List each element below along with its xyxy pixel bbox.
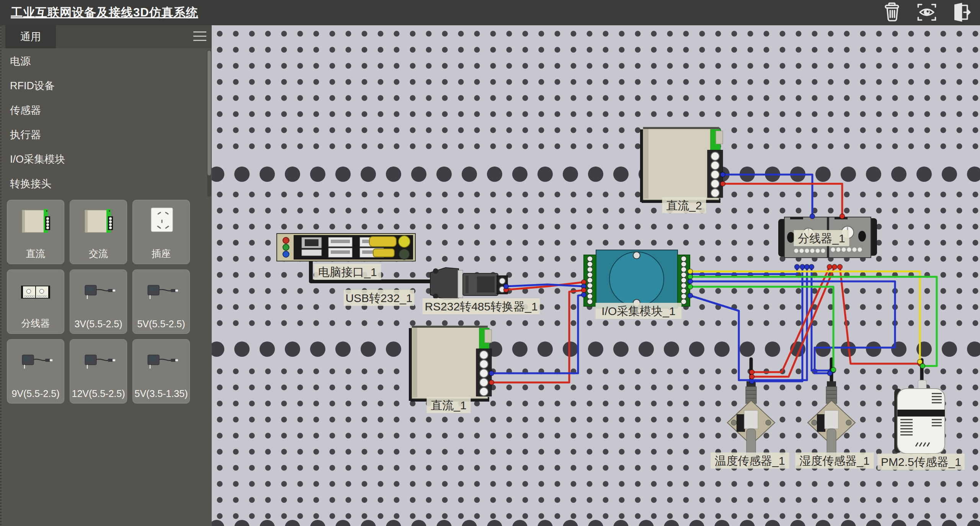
preview-button[interactable] (916, 3, 937, 23)
device-card-grid: 直流交流插座分线器3V(5.5-2.5)5V(5.5-2.5)9V(5.5-2.… (2, 200, 197, 403)
device-label: PM2.5传感器_1 (881, 456, 961, 468)
device-rs232-485-converter[interactable] (430, 268, 508, 300)
card-label: 3V(5.5-2.5) (70, 319, 127, 330)
sidebar-category-I/O采集模块[interactable]: I/O采集模块 (2, 147, 208, 172)
exit-button[interactable] (951, 3, 972, 23)
sidebar: 通用 电源RFID设备传感器执行器I/O采集模块转换接头 直流交流插座分线器3V… (0, 25, 212, 526)
card-label: 12V(5.5-2.5) (70, 388, 127, 399)
eye-focus-icon (916, 2, 937, 24)
simulation-canvas[interactable]: 电脑接口_1USB转232_1RS232转485转换器_1I/O采集模块_1直流… (212, 25, 980, 526)
device-card-3V(5.5-2.5)[interactable]: 3V(5.5-2.5) (70, 270, 127, 334)
sidebar-tabbar: 通用 (2, 25, 213, 48)
device-card-5V(5.5-2.5)[interactable]: 5V(5.5-2.5) (132, 270, 190, 334)
device-card-分线器[interactable]: 分线器 (7, 270, 64, 334)
device-card-交流[interactable]: 交流 (70, 200, 127, 264)
splitter-thumbnail-icon (17, 274, 55, 310)
device-pc-interface[interactable] (277, 234, 415, 261)
device-card-12V(5.5-2.5)[interactable]: 12V(5.5-2.5) (70, 339, 127, 403)
device-label: 湿度传感器_1 (799, 454, 869, 467)
adapter-thumbnail-icon (142, 344, 181, 380)
psu-thumbnail-icon (80, 205, 118, 241)
hamburger-menu-icon[interactable] (193, 31, 206, 42)
device-card-直流[interactable]: 直流 (7, 200, 64, 264)
wire[interactable] (690, 281, 895, 373)
card-label: 交流 (70, 247, 127, 260)
sidebar-category-电源[interactable]: 电源 (2, 49, 208, 74)
sidebar-category-转换接头[interactable]: 转换接头 (2, 172, 208, 196)
adapter-thumbnail-icon (80, 344, 118, 380)
device-card-插座[interactable]: 插座 (132, 200, 190, 264)
scrollbar-thumb[interactable] (207, 51, 211, 175)
device-card-5V(3.5-1.35)[interactable]: 5V(3.5-1.35) (132, 339, 190, 403)
device-dc-psu-1[interactable] (409, 326, 492, 402)
adapter-thumbnail-icon (80, 274, 118, 310)
adapter-thumbnail-icon (142, 274, 181, 310)
card-label: 直流 (7, 247, 64, 260)
wire[interactable] (752, 267, 830, 372)
card-label: 插座 (133, 247, 189, 260)
sidebar-scrollbar[interactable] (207, 50, 211, 197)
device-label: 电脑接口_1 (318, 266, 377, 278)
sidebar-category-RFID设备[interactable]: RFID设备 (2, 74, 208, 98)
socket-thumbnail-icon (142, 205, 181, 241)
device-label: USB转232_1 (345, 292, 412, 304)
device-label: I/O采集模块_1 (601, 305, 675, 317)
app-title: 工业互联网设备及接线3D仿真系统 (11, 5, 198, 21)
card-label: 分线器 (7, 317, 64, 330)
device-dc-psu-2[interactable] (640, 127, 723, 203)
device-pm25-sensor[interactable] (894, 380, 945, 454)
card-label: 5V(3.5-1.35) (133, 388, 189, 399)
device-label: 温度传感器_1 (715, 454, 785, 467)
device-io-module[interactable] (584, 250, 690, 308)
psu-thumbnail-icon (17, 205, 55, 241)
exit-door-icon (951, 2, 972, 24)
delete-button[interactable] (882, 3, 903, 23)
sidebar-category-执行器[interactable]: 执行器 (2, 123, 208, 147)
sidebar-category-传感器[interactable]: 传感器 (2, 98, 208, 123)
card-label: 9V(5.5-2.5) (7, 388, 64, 399)
device-label: RS232转485转换器_1 (425, 300, 537, 313)
tab-general[interactable]: 通用 (5, 25, 56, 48)
app-header: 工业互联网设备及接线3D仿真系统 (0, 0, 980, 25)
trash-icon (882, 2, 903, 24)
sidebar-menu: 电源RFID设备传感器执行器I/O采集模块转换接头 (2, 49, 208, 196)
device-label: 直流_1 (431, 399, 466, 412)
toolbar (882, 3, 972, 23)
device-label: 直流_2 (666, 199, 702, 212)
device-card-9V(5.5-2.5)[interactable]: 9V(5.5-2.5) (7, 339, 64, 403)
device-label: 分线器_1 (798, 232, 845, 245)
card-label: 5V(5.5-2.5) (133, 319, 189, 330)
adapter-thumbnail-icon (17, 344, 55, 380)
